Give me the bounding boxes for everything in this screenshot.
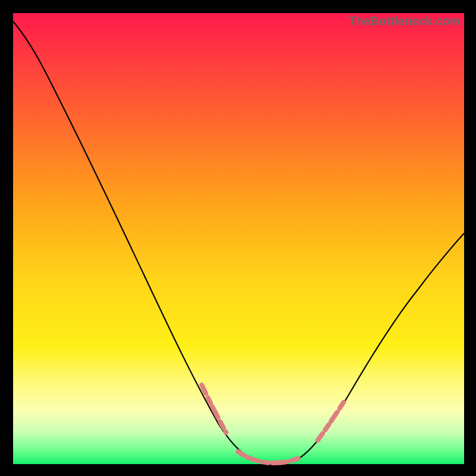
plot-area: TheBottleneck.com bbox=[13, 13, 464, 464]
curve-path bbox=[13, 21, 464, 463]
chart-frame: TheBottleneck.com bbox=[0, 0, 476, 476]
highlight-bottom bbox=[238, 452, 302, 463]
bottleneck-curve bbox=[13, 13, 464, 464]
highlight-right bbox=[318, 400, 345, 440]
highlight-left bbox=[202, 385, 226, 433]
